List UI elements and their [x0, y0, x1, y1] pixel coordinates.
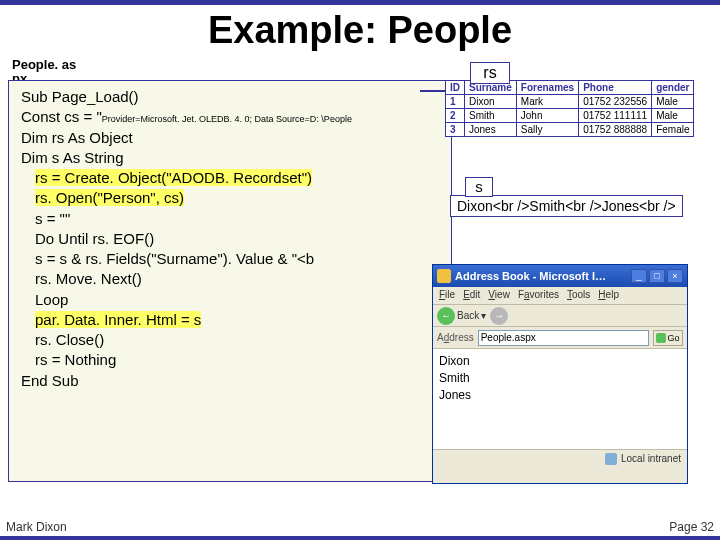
s-content: Dixon<br />Smith<br />Jones<br /> [450, 195, 683, 217]
code-line: Const cs = "Provider=Microsoft. Jet. OLE… [15, 107, 445, 127]
code-line: rs = Nothing [15, 350, 445, 370]
code-line: rs. Move. Next() [15, 269, 445, 289]
footer-page: Page 32 [669, 520, 714, 534]
app-icon [437, 269, 451, 283]
bottom-rule [0, 536, 720, 540]
table-row: 1DixonMark01752 232556Male [446, 95, 694, 109]
intranet-icon [605, 453, 617, 465]
browser-address-bar: Address Go [433, 327, 687, 349]
rs-label: rs [470, 62, 510, 84]
footer-author: Mark Dixon [6, 520, 67, 534]
code-line: Dim rs As Object [15, 128, 445, 148]
code-line: rs = Create. Object("ADODB. Recordset") [15, 168, 445, 188]
browser-menubar[interactable]: File Edit View Favorites Tools Help [433, 287, 687, 305]
body-line: Dixon [439, 353, 681, 370]
maximize-button[interactable]: □ [649, 269, 665, 283]
browser-titlebar[interactable]: Address Book - Microsoft I… _ □ × [433, 265, 687, 287]
s-label: s [465, 177, 493, 197]
body-line: Jones [439, 387, 681, 404]
col-gender: gender [652, 81, 694, 95]
browser-window: Address Book - Microsoft I… _ □ × File E… [432, 264, 688, 484]
browser-status-bar: Local intranet [433, 449, 687, 467]
code-line: Do Until rs. EOF() [15, 229, 445, 249]
address-label: Address [437, 332, 474, 343]
back-button[interactable]: ← Back ▾ [437, 307, 486, 325]
col-phone: Phone [579, 81, 652, 95]
close-button[interactable]: × [667, 269, 683, 283]
code-box: Sub Page_Load() Const cs = "Provider=Mic… [8, 80, 452, 482]
menu-help[interactable]: Help [598, 289, 619, 302]
code-line: rs. Open("Person", cs) [15, 188, 445, 208]
col-forenames: Forenames [516, 81, 578, 95]
status-text: Local intranet [621, 453, 681, 464]
chevron-down-icon: ▾ [481, 310, 486, 321]
back-icon: ← [437, 307, 455, 325]
menu-file[interactable]: File [439, 289, 455, 302]
table-row: 3JonesSally01752 888888Female [446, 123, 694, 137]
code-line: rs. Close() [15, 330, 445, 350]
go-icon [656, 333, 666, 343]
code-line: Dim s As String [15, 148, 445, 168]
go-button[interactable]: Go [653, 330, 683, 346]
forward-button[interactable]: → [490, 307, 508, 325]
table-row: 2SmithJohn01752 111111Male [446, 109, 694, 123]
col-id: ID [446, 81, 465, 95]
code-line: Loop [15, 290, 445, 310]
code-line: End Sub [15, 371, 445, 391]
menu-view[interactable]: View [488, 289, 510, 302]
browser-body: Dixon Smith Jones [433, 349, 687, 449]
code-line: s = "" [15, 209, 445, 229]
minimize-button[interactable]: _ [631, 269, 647, 283]
browser-toolbar: ← Back ▾ → [433, 305, 687, 327]
top-rule [0, 0, 720, 5]
menu-favorites[interactable]: Favorites [518, 289, 559, 302]
db-table: ID Surname Forenames Phone gender 1Dixon… [445, 80, 694, 137]
code-line: par. Data. Inner. Html = s [15, 310, 445, 330]
menu-edit[interactable]: Edit [463, 289, 480, 302]
slide-title: Example: People [0, 9, 720, 52]
code-line: s = s & rs. Fields("Surname"). Value & "… [15, 249, 445, 269]
body-line: Smith [439, 370, 681, 387]
address-input[interactable] [478, 330, 649, 346]
browser-title: Address Book - Microsoft I… [455, 270, 631, 282]
code-line: Sub Page_Load() [15, 87, 445, 107]
menu-tools[interactable]: Tools [567, 289, 590, 302]
